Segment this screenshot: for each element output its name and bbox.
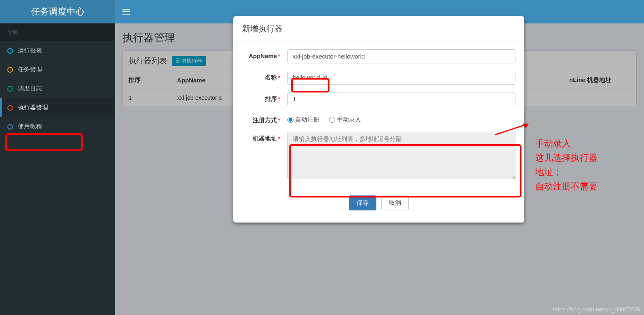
radio-group: 自动注册 手动录入 <box>287 113 515 124</box>
add-executor-modal: 新增执行器 AppName* 名称* 排序* 注册方式* 自动注册 手动录入 机… <box>233 16 524 223</box>
sort-input[interactable] <box>287 92 515 106</box>
sidebar-item-label: 调度日志 <box>18 85 42 92</box>
modal-title: 新增执行器 <box>242 23 515 34</box>
form-row-name: 名称* <box>242 71 515 85</box>
appname-input[interactable] <box>287 49 515 63</box>
address-textarea[interactable] <box>287 132 515 179</box>
radio-auto-input[interactable] <box>287 117 293 123</box>
circle-icon <box>7 67 13 73</box>
circle-icon <box>7 124 13 130</box>
divider <box>242 188 515 188</box>
circle-icon <box>7 48 13 54</box>
modal-body: AppName* 名称* 排序* 注册方式* 自动注册 手动录入 机器地址* <box>233 42 524 223</box>
sidebar-item-label: 使用教程 <box>18 123 42 130</box>
sidebar-item-report[interactable]: 运行报表 <box>0 41 115 60</box>
annotation-text: 手动录入 这儿选择执行器 地址； 自动注册不需要 <box>535 136 640 193</box>
menu-icon <box>122 9 130 15</box>
sidebar-item-tutorial[interactable]: 使用教程 <box>0 117 115 136</box>
radio-auto[interactable]: 自动注册 <box>287 116 319 124</box>
sidebar-item-executor[interactable]: 执行器管理 <box>0 98 115 117</box>
label-sort: 排序* <box>242 92 287 103</box>
form-row-address: 机器地址* <box>242 132 515 181</box>
radio-manual-input[interactable] <box>329 117 335 123</box>
logo[interactable]: 任务调度中心 <box>0 0 115 23</box>
save-button[interactable]: 保存 <box>349 195 376 210</box>
label-name: 名称* <box>242 71 287 82</box>
sidebar: 导航 运行报表 任务管理 调度日志 执行器管理 使用教程 <box>0 23 115 315</box>
label-regtype: 注册方式* <box>242 113 287 124</box>
modal-header: 新增执行器 <box>233 16 524 42</box>
watermark: https://blog.csdn.net/qq_38807606 <box>553 306 640 313</box>
label-address: 机器地址* <box>242 132 287 143</box>
cancel-button[interactable]: 取消 <box>381 195 409 210</box>
modal-footer: 保存 取消 <box>242 195 515 219</box>
label-appname: AppName* <box>242 49 287 59</box>
sidebar-item-task[interactable]: 任务管理 <box>0 60 115 79</box>
radio-manual[interactable]: 手动录入 <box>329 116 361 124</box>
form-row-regtype: 注册方式* 自动注册 手动录入 <box>242 113 515 124</box>
sidebar-item-label: 任务管理 <box>18 66 42 74</box>
circle-icon <box>7 105 13 111</box>
form-row-sort: 排序* <box>242 92 515 106</box>
form-row-appname: AppName* <box>242 49 515 63</box>
circle-icon <box>7 86 13 92</box>
sidebar-item-label: 执行器管理 <box>18 104 48 111</box>
sidebar-item-log[interactable]: 调度日志 <box>0 79 115 98</box>
sidebar-header: 导航 <box>0 23 115 41</box>
sidebar-toggle[interactable] <box>115 0 137 23</box>
name-input[interactable] <box>287 71 515 85</box>
sidebar-item-label: 运行报表 <box>18 47 42 55</box>
